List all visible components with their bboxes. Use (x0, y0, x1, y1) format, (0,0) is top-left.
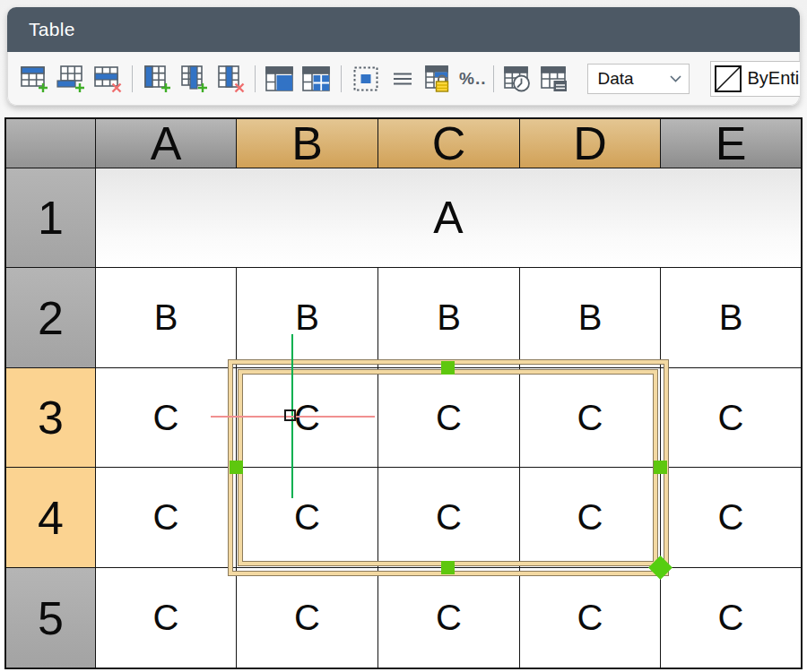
table-cell-a5[interactable]: C (96, 568, 236, 668)
unmerge-cells-button[interactable] (299, 61, 334, 97)
table-cell-e3[interactable]: C (661, 368, 801, 467)
table-toolbar: %.. (7, 52, 800, 106)
insert-row-below-button[interactable] (54, 61, 88, 97)
table-cell-b3[interactable]: C (237, 368, 377, 467)
cell-alignment-button[interactable] (386, 61, 420, 97)
table-cell-a2[interactable]: B (96, 268, 236, 367)
merge-cells-icon (265, 65, 295, 93)
merge-cells-button[interactable] (263, 61, 297, 97)
table-cell-c3[interactable]: C (378, 368, 519, 467)
data-style-value: Data (597, 69, 670, 89)
row-header-3[interactable]: 3 (6, 368, 95, 467)
column-header-a[interactable]: A (96, 119, 236, 168)
chevron-down-icon (670, 75, 681, 82)
column-header-c[interactable]: C (378, 119, 519, 168)
cell-locking-icon (424, 64, 455, 94)
table-cell-d4[interactable]: C (520, 468, 660, 567)
corner-header (6, 119, 95, 168)
cursor-pickbox (284, 409, 296, 421)
cell-locking-button[interactable] (422, 61, 456, 97)
palette-title: Table (29, 19, 75, 40)
delete-row-button[interactable] (91, 61, 125, 97)
insert-row-above-icon (20, 65, 48, 93)
insert-row-above-button[interactable] (17, 61, 51, 97)
delete-row-icon (93, 65, 122, 93)
insert-row-below-icon (56, 65, 85, 93)
match-cell-button[interactable] (349, 61, 383, 97)
toolbar-separator (255, 65, 256, 92)
table-cell-d2[interactable]: B (520, 268, 660, 367)
row-header-4[interactable]: 4 (6, 468, 95, 567)
manage-cell-content-icon (540, 64, 570, 94)
insert-column-right-icon (179, 65, 208, 93)
manage-cell-content-button[interactable] (538, 61, 572, 97)
table-cell-e2[interactable]: B (661, 268, 801, 367)
insert-column-left-icon (143, 65, 171, 93)
grip-top-middle[interactable] (441, 361, 455, 375)
column-header-d[interactable]: D (520, 119, 660, 168)
column-header-e[interactable]: E (661, 119, 801, 168)
insert-field-icon (503, 64, 534, 94)
table-cell-a4[interactable]: C (96, 468, 236, 567)
column-header-b[interactable]: B (237, 119, 377, 168)
row-header-1[interactable]: 1 (6, 168, 95, 267)
toolbar-separator (132, 65, 133, 92)
table-cell-c4[interactable]: C (378, 468, 519, 567)
byentity-value: ByEnti (747, 68, 800, 89)
byentity-dropdown[interactable]: ByEnti (710, 61, 800, 97)
table-grid: ABCDE1A2BBBBB3CCCCC4CCCCC5CCCCC (4, 117, 803, 669)
percent-icon: %.. (459, 69, 486, 88)
table-cell-b2[interactable]: B (237, 268, 377, 367)
diagonal-line-swatch-icon (715, 65, 742, 92)
table-cell-b5[interactable]: C (237, 568, 377, 668)
insert-column-left-button[interactable] (140, 61, 174, 97)
toolbar-separator (341, 65, 342, 92)
table-cell-d5[interactable]: C (520, 568, 660, 668)
delete-column-button[interactable] (213, 61, 247, 97)
table-toolbar-palette: Table (7, 7, 800, 106)
cell-alignment-icon (389, 65, 416, 92)
insert-field-button[interactable] (501, 61, 535, 97)
insert-column-right-button[interactable] (177, 61, 211, 97)
delete-column-icon (216, 65, 245, 93)
grip-left-middle[interactable] (230, 461, 243, 474)
grip-bottom-middle[interactable] (441, 561, 455, 574)
match-cell-icon (351, 65, 380, 93)
table-cell-e4[interactable]: C (661, 468, 801, 567)
row-header-5[interactable]: 5 (6, 568, 95, 668)
table-cell-c5[interactable]: C (378, 568, 519, 668)
row-header-2[interactable]: 2 (6, 268, 95, 367)
table-cell-merged-row-1[interactable]: A (96, 168, 801, 267)
table-cell-a3[interactable]: C (96, 368, 236, 467)
unmerge-cells-icon (301, 65, 332, 93)
table-cell-b4[interactable]: C (237, 468, 377, 567)
toolbar-separator (493, 65, 494, 92)
data-style-dropdown[interactable]: Data (587, 64, 690, 94)
table-cell-e5[interactable]: C (661, 568, 801, 668)
table-cell-c2[interactable]: B (378, 268, 519, 367)
data-format-button[interactable]: %.. (459, 69, 486, 89)
grip-right-middle[interactable] (654, 461, 667, 474)
palette-title-bar[interactable]: Table (7, 7, 800, 52)
table-cell-d3[interactable]: C (520, 368, 660, 467)
